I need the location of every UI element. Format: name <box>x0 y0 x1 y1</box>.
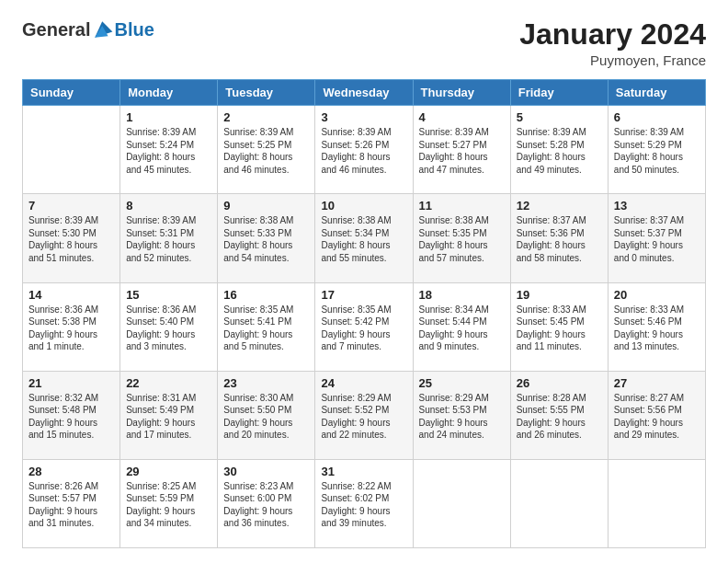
cell-info: Sunrise: 8:39 AMSunset: 5:29 PMDaylight:… <box>614 126 700 176</box>
cell-date: 24 <box>321 376 406 390</box>
cell-date: 17 <box>321 288 406 302</box>
calendar-day-header: Monday <box>120 80 218 106</box>
cell-date: 13 <box>614 199 700 213</box>
cell-info: Sunrise: 8:37 AMSunset: 5:36 PMDaylight:… <box>517 214 602 264</box>
calendar-cell: 1Sunrise: 8:39 AMSunset: 5:24 PMDaylight… <box>120 106 218 194</box>
title-section: January 2024 Puymoyen, France <box>519 18 706 68</box>
calendar-cell: 29Sunrise: 8:25 AMSunset: 5:59 PMDayligh… <box>120 459 218 547</box>
cell-info: Sunrise: 8:39 AMSunset: 5:25 PMDaylight:… <box>223 126 309 176</box>
calendar-cell: 21Sunrise: 8:32 AMSunset: 5:48 PMDayligh… <box>23 371 120 459</box>
calendar-cell: 17Sunrise: 8:35 AMSunset: 5:42 PMDayligh… <box>315 282 413 371</box>
cell-info: Sunrise: 8:39 AMSunset: 5:26 PMDaylight:… <box>321 126 406 176</box>
cell-date: 20 <box>614 288 700 302</box>
cell-date: 16 <box>223 288 309 302</box>
page: General Blue January 2024 Puymoyen, Fran… <box>0 0 728 563</box>
cell-info: Sunrise: 8:33 AMSunset: 5:45 PMDaylight:… <box>517 304 602 353</box>
calendar-day-header: Friday <box>510 80 608 106</box>
calendar-day-header: Wednesday <box>315 80 413 106</box>
calendar-cell: 23Sunrise: 8:30 AMSunset: 5:50 PMDayligh… <box>218 371 315 459</box>
calendar-cell: 5Sunrise: 8:39 AMSunset: 5:28 PMDaylight… <box>510 106 608 194</box>
logo-blue: Blue <box>114 19 154 40</box>
cell-info: Sunrise: 8:33 AMSunset: 5:46 PMDaylight:… <box>614 304 700 353</box>
cell-info: Sunrise: 8:38 AMSunset: 5:33 PMDaylight:… <box>223 214 309 264</box>
calendar-cell: 11Sunrise: 8:38 AMSunset: 5:35 PMDayligh… <box>413 194 510 282</box>
calendar-cell: 18Sunrise: 8:34 AMSunset: 5:44 PMDayligh… <box>413 282 510 371</box>
calendar-cell: 24Sunrise: 8:29 AMSunset: 5:52 PMDayligh… <box>315 371 413 459</box>
cell-date: 22 <box>126 376 211 390</box>
calendar-cell: 7Sunrise: 8:39 AMSunset: 5:30 PMDaylight… <box>23 194 120 282</box>
calendar-cell: 20Sunrise: 8:33 AMSunset: 5:46 PMDayligh… <box>608 282 705 371</box>
subtitle: Puymoyen, France <box>519 52 706 68</box>
calendar-cell: 10Sunrise: 8:38 AMSunset: 5:34 PMDayligh… <box>315 194 413 282</box>
calendar-day-header: Saturday <box>608 80 705 106</box>
calendar-cell: 6Sunrise: 8:39 AMSunset: 5:29 PMDaylight… <box>608 106 705 194</box>
calendar-cell <box>23 106 120 194</box>
calendar-cell: 30Sunrise: 8:23 AMSunset: 6:00 PMDayligh… <box>218 459 315 547</box>
cell-date: 6 <box>614 110 700 124</box>
cell-date: 9 <box>223 199 309 213</box>
cell-info: Sunrise: 8:39 AMSunset: 5:30 PMDaylight:… <box>28 214 114 264</box>
cell-date: 10 <box>321 199 406 213</box>
cell-info: Sunrise: 8:22 AMSunset: 6:02 PMDaylight:… <box>321 480 406 530</box>
calendar-cell <box>510 459 608 547</box>
cell-date: 28 <box>28 465 114 478</box>
cell-info: Sunrise: 8:38 AMSunset: 5:34 PMDaylight:… <box>321 214 406 264</box>
calendar-week-row: 7Sunrise: 8:39 AMSunset: 5:30 PMDaylight… <box>23 194 706 282</box>
main-title: January 2024 <box>519 18 706 51</box>
cell-date: 19 <box>517 288 602 302</box>
cell-info: Sunrise: 8:39 AMSunset: 5:28 PMDaylight:… <box>517 126 602 176</box>
cell-info: Sunrise: 8:27 AMSunset: 5:56 PMDaylight:… <box>614 392 700 442</box>
calendar-cell: 2Sunrise: 8:39 AMSunset: 5:25 PMDaylight… <box>218 106 315 194</box>
cell-info: Sunrise: 8:38 AMSunset: 5:35 PMDaylight:… <box>419 214 505 264</box>
cell-date: 31 <box>321 465 406 478</box>
calendar-cell: 16Sunrise: 8:35 AMSunset: 5:41 PMDayligh… <box>218 282 315 371</box>
calendar-day-header: Tuesday <box>218 80 315 106</box>
calendar-day-header: Sunday <box>23 80 120 106</box>
calendar-cell: 31Sunrise: 8:22 AMSunset: 6:02 PMDayligh… <box>315 459 413 547</box>
calendar-table: SundayMondayTuesdayWednesdayThursdayFrid… <box>22 79 706 548</box>
cell-date: 26 <box>517 376 602 390</box>
calendar-week-row: 14Sunrise: 8:36 AMSunset: 5:38 PMDayligh… <box>23 282 706 371</box>
calendar-cell: 19Sunrise: 8:33 AMSunset: 5:45 PMDayligh… <box>510 282 608 371</box>
calendar-cell <box>608 459 705 547</box>
calendar-day-header: Thursday <box>413 80 510 106</box>
cell-info: Sunrise: 8:35 AMSunset: 5:42 PMDaylight:… <box>321 304 406 353</box>
cell-date: 23 <box>223 376 309 390</box>
cell-date: 4 <box>419 110 505 124</box>
calendar-cell <box>413 459 510 547</box>
calendar-cell: 13Sunrise: 8:37 AMSunset: 5:37 PMDayligh… <box>608 194 705 282</box>
cell-date: 8 <box>126 199 211 213</box>
cell-info: Sunrise: 8:34 AMSunset: 5:44 PMDaylight:… <box>419 304 505 353</box>
calendar-cell: 9Sunrise: 8:38 AMSunset: 5:33 PMDaylight… <box>218 194 315 282</box>
cell-date: 3 <box>321 110 406 124</box>
cell-info: Sunrise: 8:29 AMSunset: 5:53 PMDaylight:… <box>419 392 505 442</box>
cell-date: 29 <box>126 465 211 478</box>
cell-info: Sunrise: 8:39 AMSunset: 5:31 PMDaylight:… <box>126 214 211 264</box>
cell-info: Sunrise: 8:28 AMSunset: 5:55 PMDaylight:… <box>517 392 602 442</box>
calendar-cell: 26Sunrise: 8:28 AMSunset: 5:55 PMDayligh… <box>510 371 608 459</box>
cell-info: Sunrise: 8:25 AMSunset: 5:59 PMDaylight:… <box>126 480 211 530</box>
cell-info: Sunrise: 8:36 AMSunset: 5:40 PMDaylight:… <box>126 304 211 353</box>
cell-date: 5 <box>517 110 602 124</box>
calendar-cell: 3Sunrise: 8:39 AMSunset: 5:26 PMDaylight… <box>315 106 413 194</box>
calendar-cell: 4Sunrise: 8:39 AMSunset: 5:27 PMDaylight… <box>413 106 510 194</box>
cell-date: 7 <box>28 199 114 213</box>
cell-info: Sunrise: 8:39 AMSunset: 5:27 PMDaylight:… <box>419 126 505 176</box>
cell-info: Sunrise: 8:36 AMSunset: 5:38 PMDaylight:… <box>28 304 114 353</box>
cell-date: 18 <box>419 288 505 302</box>
calendar-cell: 28Sunrise: 8:26 AMSunset: 5:57 PMDayligh… <box>23 459 120 547</box>
cell-date: 11 <box>419 199 505 213</box>
calendar-cell: 22Sunrise: 8:31 AMSunset: 5:49 PMDayligh… <box>120 371 218 459</box>
cell-date: 12 <box>517 199 602 213</box>
cell-info: Sunrise: 8:23 AMSunset: 6:00 PMDaylight:… <box>223 480 309 530</box>
cell-info: Sunrise: 8:30 AMSunset: 5:50 PMDaylight:… <box>223 392 309 442</box>
cell-date: 14 <box>28 288 114 302</box>
calendar-cell: 27Sunrise: 8:27 AMSunset: 5:56 PMDayligh… <box>608 371 705 459</box>
header: General Blue January 2024 Puymoyen, Fran… <box>22 18 706 68</box>
cell-info: Sunrise: 8:39 AMSunset: 5:24 PMDaylight:… <box>126 126 211 176</box>
logo: General Blue <box>22 18 154 40</box>
cell-info: Sunrise: 8:31 AMSunset: 5:49 PMDaylight:… <box>126 392 211 442</box>
cell-date: 2 <box>223 110 309 124</box>
cell-date: 1 <box>126 110 211 124</box>
calendar-header-row: SundayMondayTuesdayWednesdayThursdayFrid… <box>23 80 706 106</box>
